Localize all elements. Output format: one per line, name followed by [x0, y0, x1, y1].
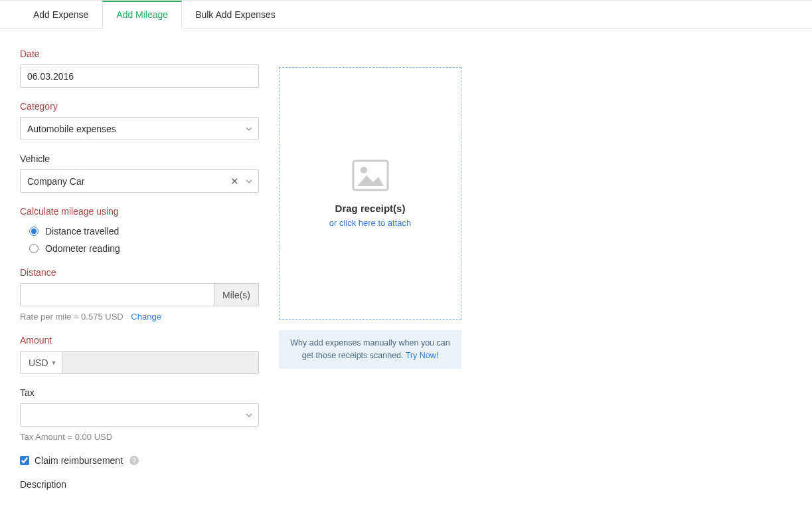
radio-distance-travelled[interactable]: Distance travelled: [20, 226, 259, 237]
vehicle-select[interactable]: [20, 169, 259, 193]
image-placeholder-icon: [352, 159, 389, 193]
date-label: Date: [20, 49, 259, 59]
radio-odometer-input[interactable]: [29, 244, 39, 253]
radio-odometer-label: Odometer reading: [45, 243, 120, 254]
svg-point-1: [361, 167, 367, 173]
category-select[interactable]: [20, 117, 259, 140]
drag-receipts-text: Drag receipt(s): [335, 203, 406, 214]
change-rate-link[interactable]: Change: [131, 312, 161, 322]
distance-label: Distance: [20, 267, 259, 278]
scan-banner: Why add expenses manually when you can g…: [279, 330, 461, 369]
radio-distance-input[interactable]: [29, 227, 39, 236]
tab-bulk-add-expenses[interactable]: Bulk Add Expenses: [182, 1, 289, 28]
click-attach-text: or click here to attach: [329, 218, 412, 228]
claim-reimbursement-label: Claim reimbursement: [35, 455, 123, 466]
tab-add-mileage[interactable]: Add Mileage: [102, 1, 182, 29]
help-icon[interactable]: ?: [129, 456, 139, 465]
caret-down-icon: ▼: [51, 359, 57, 366]
tax-label: Tax: [20, 387, 259, 398]
claim-reimbursement-checkbox[interactable]: [20, 456, 29, 465]
calculate-mileage-label: Calculate mileage using: [20, 206, 259, 217]
distance-unit: Mile(s): [214, 283, 259, 306]
tabs-bar: Add Expense Add Mileage Bulk Add Expense…: [0, 1, 812, 29]
claim-reimbursement-row[interactable]: Claim reimbursement ?: [20, 455, 259, 466]
radio-odometer-reading[interactable]: Odometer reading: [20, 243, 259, 254]
tax-amount-note: Tax Amount = 0.00 USD: [20, 432, 259, 442]
vehicle-label: Vehicle: [20, 153, 259, 164]
date-input[interactable]: [20, 64, 259, 88]
category-label: Category: [20, 101, 259, 112]
try-now-link[interactable]: Try Now!: [406, 351, 439, 360]
currency-code: USD: [29, 357, 48, 368]
clear-vehicle-icon[interactable]: ✕: [230, 175, 239, 187]
tab-add-expense[interactable]: Add Expense: [20, 1, 102, 28]
rate-note: Rate per mile = 0.575 USD Change: [20, 312, 259, 322]
amount-input: [62, 351, 259, 374]
distance-input[interactable]: [20, 283, 214, 306]
receipt-dropzone[interactable]: Drag receipt(s) or click here to attach: [279, 67, 461, 320]
radio-distance-label: Distance travelled: [45, 226, 119, 237]
currency-selector[interactable]: USD ▼: [20, 351, 62, 374]
amount-label: Amount: [20, 335, 259, 346]
description-label: Description: [20, 479, 259, 490]
tax-select[interactable]: [20, 403, 259, 427]
